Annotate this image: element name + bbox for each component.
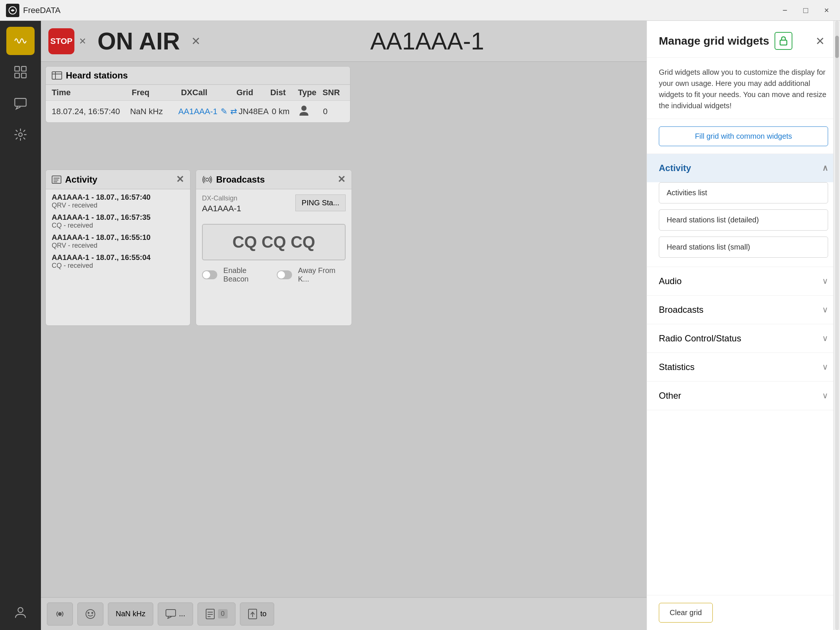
broadcasts-panel-close[interactable]: ✕ xyxy=(338,174,346,185)
category-radio-control-header[interactable]: Radio Control/Status ∨ xyxy=(647,324,840,352)
freq-button[interactable]: NaN kHz xyxy=(108,603,153,625)
grid-area: Heard stations Time Freq DXCall Grid Dis… xyxy=(41,62,647,597)
sidebar-item-settings[interactable] xyxy=(6,120,35,149)
list-item: AA1AAA-1 - 18.07., 16:57:35 CQ - receive… xyxy=(52,213,184,229)
smiley-status-button[interactable] xyxy=(77,603,103,625)
activity-panel-close[interactable]: ✕ xyxy=(176,174,184,185)
row-freq: NaN kHz xyxy=(130,107,178,117)
widgets-scroll-area: Activity ∧ Activities list Heard station… xyxy=(647,153,840,595)
category-activity-content: Activities list Heard stations list (det… xyxy=(647,182,840,267)
category-radio-control-chevron-icon: ∨ xyxy=(822,333,828,343)
row-dxcall-value: AA1AAA-1 xyxy=(178,107,217,117)
clear-grid-button[interactable]: Clear grid xyxy=(659,603,713,622)
widget-heard-stations-small[interactable]: Heard stations list (small) xyxy=(659,237,828,258)
svg-point-6 xyxy=(19,133,22,136)
widget-activities-list[interactable]: Activities list xyxy=(659,182,828,204)
category-radio-control: Radio Control/Status ∨ xyxy=(647,324,840,353)
dx-callsign-info: DX-Callsign AA1AAA-1 xyxy=(202,194,241,219)
maximize-button[interactable]: □ xyxy=(798,3,813,18)
chat-status-button[interactable]: ... xyxy=(158,603,193,625)
stop-close-icon[interactable]: ✕ xyxy=(79,36,86,46)
category-audio-chevron-icon: ∨ xyxy=(822,276,828,286)
svg-point-17 xyxy=(58,613,62,616)
upload-status-button[interactable]: to xyxy=(240,603,275,625)
activity-status-0: QRV - received xyxy=(52,202,184,209)
heard-stations-icon xyxy=(52,71,62,80)
smiley-icon xyxy=(85,609,96,619)
broadcast-status-button[interactable] xyxy=(47,603,73,625)
freq-label: NaN kHz xyxy=(116,609,145,618)
manage-widgets-panel: Manage grid widgets ✕ Grid widgets allow… xyxy=(647,21,840,630)
category-broadcasts-header[interactable]: Broadcasts ∨ xyxy=(647,296,840,324)
broadcasts-panel-header: Broadcasts ✕ xyxy=(196,170,352,189)
enable-beacon-toggle[interactable] xyxy=(202,270,217,279)
stop-button[interactable]: STOP xyxy=(48,28,74,54)
sync-icon[interactable]: ⇄ xyxy=(230,107,237,117)
svg-point-19 xyxy=(88,612,89,613)
row-dist: 0 km xyxy=(272,107,299,117)
svg-point-11 xyxy=(301,106,306,111)
manage-widgets-title: Manage grid widgets xyxy=(659,35,769,47)
stop-label: STOP xyxy=(50,36,73,46)
sidebar-item-chat[interactable] xyxy=(6,89,35,117)
list-item: AA1AAA-1 - 18.07., 16:55:10 QRV - receiv… xyxy=(52,233,184,249)
broadcast-icon xyxy=(55,610,65,618)
category-other: Other ∨ xyxy=(647,382,840,410)
doc-status-button[interactable]: 0 xyxy=(197,603,235,625)
category-broadcasts-chevron-icon: ∨ xyxy=(822,305,828,315)
category-statistics-header[interactable]: Statistics ∨ xyxy=(647,353,840,381)
svg-rect-2 xyxy=(22,66,26,71)
scrollbar[interactable] xyxy=(833,21,840,630)
row-time: 18.07.24, 16:57:40 xyxy=(52,107,130,117)
on-air-close-icon[interactable]: ✕ xyxy=(191,35,201,47)
fill-grid-button[interactable]: Fill grid with common widgets xyxy=(659,126,828,146)
app-body: STOP ✕ ON AIR ✕ AA1AAA-1 Heard stations xyxy=(0,21,840,630)
category-statistics-label: Statistics xyxy=(659,362,695,372)
svg-rect-21 xyxy=(166,609,175,616)
svg-point-18 xyxy=(86,609,95,619)
col-dxcall-header: DXCall xyxy=(181,88,236,98)
away-from-key-label: Away From K... xyxy=(298,266,346,283)
col-type-header: Type xyxy=(298,88,322,98)
manage-widgets-description: Grid widgets allow you to customize the … xyxy=(647,58,840,119)
cq-button[interactable]: CQ CQ CQ xyxy=(202,224,346,261)
activity-status-3: CQ - received xyxy=(52,262,184,270)
status-bar: NaN kHz ... 0 xyxy=(41,597,647,630)
svg-point-20 xyxy=(92,612,93,613)
table-header: Time Freq DXCall Grid Dist Type SNR xyxy=(46,85,350,101)
doc-icon xyxy=(205,609,215,619)
away-from-key-toggle[interactable] xyxy=(277,270,292,279)
scrollbar-thumb[interactable] xyxy=(835,36,839,58)
sidebar-item-grid[interactable] xyxy=(6,58,35,86)
edit-icon[interactable]: ✎ xyxy=(221,107,227,117)
svg-rect-3 xyxy=(15,73,19,78)
ping-sta-button[interactable]: PING Sta... xyxy=(295,194,346,211)
minimize-button[interactable]: − xyxy=(777,3,793,18)
widget-heard-stations-detailed[interactable]: Heard stations list (detailed) xyxy=(659,209,828,231)
sidebar xyxy=(0,21,41,630)
svg-point-16 xyxy=(206,178,209,181)
sidebar-item-user[interactable] xyxy=(6,602,35,630)
svg-rect-1 xyxy=(15,66,19,71)
sidebar-item-activity[interactable] xyxy=(6,27,35,55)
beacon-row: Enable Beacon Away From K... xyxy=(202,266,346,283)
col-dist-header: Dist xyxy=(270,88,298,98)
category-audio-header[interactable]: Audio ∨ xyxy=(647,267,840,295)
category-statistics-chevron-icon: ∨ xyxy=(822,362,828,372)
category-broadcasts: Broadcasts ∨ xyxy=(647,296,840,324)
manage-widgets-header: Manage grid widgets ✕ xyxy=(647,21,840,58)
dx-callsign-value: AA1AAA-1 xyxy=(202,204,241,213)
lock-button[interactable] xyxy=(775,32,793,50)
count-badge: 0 xyxy=(218,609,228,619)
manage-widgets-close-button[interactable]: ✕ xyxy=(812,33,828,49)
list-item: AA1AAA-1 - 18.07., 16:55:04 CQ - receive… xyxy=(52,253,184,270)
svg-rect-4 xyxy=(22,73,26,78)
activity-panel-header: Activity ✕ xyxy=(46,170,190,189)
category-other-header[interactable]: Other ∨ xyxy=(647,382,840,410)
category-activity-header[interactable]: Activity ∧ xyxy=(647,154,840,182)
window-close-button[interactable]: × xyxy=(819,3,834,18)
category-audio-label: Audio xyxy=(659,276,682,286)
col-time-header: Time xyxy=(52,88,132,98)
dx-callsign-label: DX-Callsign xyxy=(202,194,241,202)
category-other-label: Other xyxy=(659,390,681,401)
